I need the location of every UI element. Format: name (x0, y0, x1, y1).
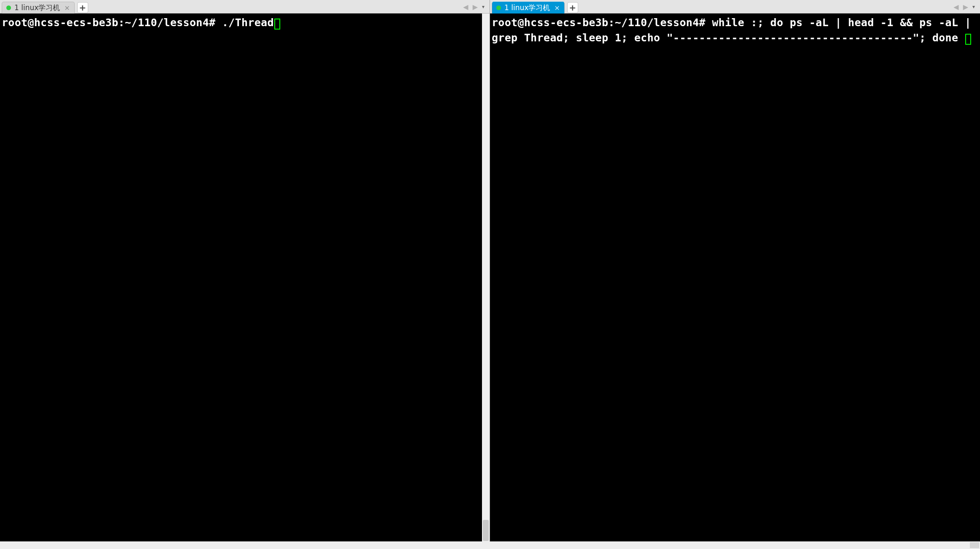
right-pane: 1 linux学习机 × + ◀ ▶ ▾ root@hcss-ecs-be3b:… (490, 0, 980, 549)
left-tabbar: 1 linux学习机 × + ◀ ▶ ▾ (0, 0, 490, 14)
right-prompt: root@hcss-ecs-be3b:~/110/lesson4# (492, 16, 712, 29)
right-tabbar: 1 linux学习机 × + ◀ ▶ ▾ (490, 0, 980, 14)
left-command: ./Thread (222, 16, 274, 29)
left-tab-label: 1 linux学习机 (14, 3, 60, 13)
next-tab-icon[interactable]: ▶ (471, 3, 479, 11)
tab-dropdown-icon[interactable]: ▾ (480, 4, 486, 10)
left-terminal-content: root@hcss-ecs-be3b:~/110/lesson4# ./Thre… (2, 15, 480, 30)
close-icon[interactable]: × (63, 4, 70, 12)
right-tab[interactable]: 1 linux学习机 × (492, 2, 565, 14)
pane-splitter[interactable] (487, 14, 492, 549)
left-pane: 1 linux学习机 × + ◀ ▶ ▾ root@hcss-ecs-be3b:… (0, 0, 490, 549)
status-dot-icon (6, 5, 11, 10)
right-terminal-content: root@hcss-ecs-be3b:~/110/lesson4# while … (492, 15, 978, 45)
prev-tab-icon[interactable]: ◀ (952, 3, 960, 11)
left-nav-arrows: ◀ ▶ ▾ (461, 0, 486, 14)
right-nav-arrows: ◀ ▶ ▾ (952, 0, 977, 14)
new-tab-button[interactable]: + (567, 2, 578, 13)
status-dot-icon (496, 5, 501, 10)
next-tab-icon[interactable]: ▶ (961, 3, 970, 11)
prev-tab-icon[interactable]: ◀ (461, 3, 470, 11)
new-tab-button[interactable]: + (77, 2, 88, 13)
left-tab[interactable]: 1 linux学习机 × (2, 2, 75, 14)
left-prompt: root@hcss-ecs-be3b:~/110/lesson4# (2, 16, 222, 29)
cursor-icon (965, 34, 971, 45)
close-icon[interactable]: × (553, 4, 560, 12)
right-terminal[interactable]: root@hcss-ecs-be3b:~/110/lesson4# while … (490, 14, 980, 549)
tab-dropdown-icon[interactable]: ▾ (971, 4, 977, 10)
resize-grip-icon[interactable] (970, 542, 979, 548)
right-tab-label: 1 linux学习机 (504, 3, 550, 13)
cursor-icon (274, 19, 280, 30)
left-terminal[interactable]: root@hcss-ecs-be3b:~/110/lesson4# ./Thre… (0, 14, 482, 549)
